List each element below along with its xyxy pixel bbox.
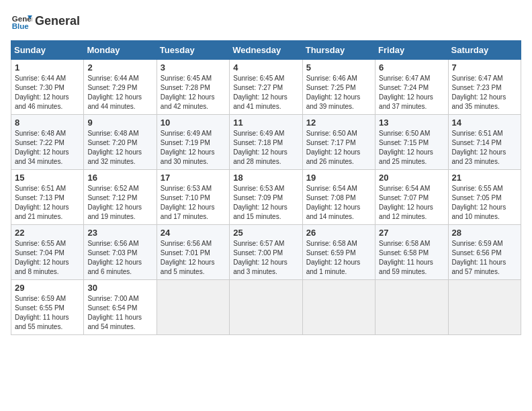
day-number: 27 [379,228,444,238]
sunrise-text: Sunrise: 7:00 AM [87,294,152,304]
calendar-cell: 17 Sunrise: 6:53 AM Sunset: 7:10 PM Dayl… [157,170,229,225]
weekday-header-monday: Monday [84,41,157,60]
daylight-text: Daylight: 12 hours and 5 minutes. [161,258,226,277]
calendar-cell: 18 Sunrise: 6:53 AM Sunset: 7:09 PM Dayl… [230,170,302,225]
day-info: Sunrise: 6:56 AM Sunset: 7:03 PM Dayligh… [87,239,152,277]
sunset-text: Sunset: 7:29 PM [87,83,152,93]
calendar-cell [448,280,521,335]
daylight-text: Daylight: 12 hours and 44 minutes. [87,93,152,111]
sunrise-text: Sunrise: 6:49 AM [233,129,298,138]
sunset-text: Sunset: 7:17 PM [306,138,371,148]
calendar-cell: 16 Sunrise: 6:52 AM Sunset: 7:12 PM Dayl… [84,170,157,225]
sunrise-text: Sunrise: 6:59 AM [452,239,517,248]
day-number: 28 [452,228,517,238]
sunset-text: Sunset: 7:10 PM [161,193,226,203]
sunrise-text: Sunrise: 6:51 AM [15,184,80,193]
sunrise-text: Sunrise: 6:46 AM [306,74,371,83]
day-number: 15 [15,173,80,183]
day-number: 18 [233,173,298,183]
day-info: Sunrise: 6:47 AM Sunset: 7:24 PM Dayligh… [379,74,444,111]
sunrise-text: Sunrise: 6:56 AM [161,239,226,248]
svg-text:Blue: Blue [12,22,30,30]
daylight-text: Daylight: 12 hours and 15 minutes. [233,203,298,222]
calendar-cell: 7 Sunrise: 6:47 AM Sunset: 7:23 PM Dayli… [448,60,521,115]
day-info: Sunrise: 6:47 AM Sunset: 7:23 PM Dayligh… [452,74,517,111]
calendar-week-2: 8 Sunrise: 6:48 AM Sunset: 7:22 PM Dayli… [11,115,521,170]
sunset-text: Sunset: 7:13 PM [15,193,80,203]
day-number: 2 [87,62,152,73]
day-number: 7 [452,62,517,73]
calendar-cell: 13 Sunrise: 6:50 AM Sunset: 7:15 PM Dayl… [375,115,448,170]
daylight-text: Daylight: 12 hours and 25 minutes. [379,148,444,167]
day-number: 5 [306,62,371,73]
daylight-text: Daylight: 12 hours and 34 minutes. [15,148,80,167]
page-header: General Blue General [11,11,521,32]
daylight-text: Daylight: 11 hours and 59 minutes. [379,258,444,277]
sunrise-text: Sunrise: 6:45 AM [233,74,298,83]
calendar-cell: 29 Sunrise: 6:59 AM Sunset: 6:55 PM Dayl… [11,280,84,335]
day-info: Sunrise: 6:49 AM Sunset: 7:19 PM Dayligh… [161,129,226,167]
sunset-text: Sunset: 7:04 PM [15,248,80,258]
sunset-text: Sunset: 7:25 PM [306,83,371,93]
calendar-cell: 10 Sunrise: 6:49 AM Sunset: 7:19 PM Dayl… [157,115,229,170]
calendar-week-3: 15 Sunrise: 6:51 AM Sunset: 7:13 PM Dayl… [11,170,521,225]
daylight-text: Daylight: 11 hours and 55 minutes. [15,313,80,332]
sunset-text: Sunset: 7:30 PM [15,83,80,93]
sunrise-text: Sunrise: 6:54 AM [306,184,371,193]
day-number: 25 [233,228,298,238]
sunset-text: Sunset: 7:22 PM [15,138,80,148]
day-info: Sunrise: 6:52 AM Sunset: 7:12 PM Dayligh… [87,184,152,222]
calendar-header-row: SundayMondayTuesdayWednesdayThursdayFrid… [11,41,521,60]
sunset-text: Sunset: 7:27 PM [233,83,298,93]
day-info: Sunrise: 6:56 AM Sunset: 7:01 PM Dayligh… [161,239,226,277]
weekday-header-wednesday: Wednesday [230,41,302,60]
daylight-text: Daylight: 12 hours and 32 minutes. [87,148,152,167]
day-info: Sunrise: 6:55 AM Sunset: 7:05 PM Dayligh… [452,184,517,222]
daylight-text: Daylight: 12 hours and 37 minutes. [379,93,444,111]
sunset-text: Sunset: 7:03 PM [87,248,152,258]
sunrise-text: Sunrise: 6:53 AM [233,184,298,193]
day-info: Sunrise: 6:48 AM Sunset: 7:20 PM Dayligh… [87,129,152,167]
day-number: 20 [379,173,444,183]
day-number: 19 [306,173,371,183]
weekday-header-friday: Friday [375,41,448,60]
sunrise-text: Sunrise: 6:48 AM [15,129,80,138]
logo-text: General [35,15,80,28]
daylight-text: Daylight: 12 hours and 12 minutes. [379,203,444,222]
daylight-text: Daylight: 12 hours and 35 minutes. [452,93,517,111]
calendar-cell: 25 Sunrise: 6:57 AM Sunset: 7:00 PM Dayl… [230,225,302,280]
sunset-text: Sunset: 7:09 PM [233,193,298,203]
day-info: Sunrise: 6:50 AM Sunset: 7:15 PM Dayligh… [379,129,444,167]
sunrise-text: Sunrise: 6:50 AM [379,129,444,138]
day-info: Sunrise: 6:44 AM Sunset: 7:30 PM Dayligh… [15,74,80,111]
day-info: Sunrise: 6:54 AM Sunset: 7:07 PM Dayligh… [379,184,444,222]
sunset-text: Sunset: 7:08 PM [306,193,371,203]
sunset-text: Sunset: 7:23 PM [452,83,517,93]
calendar-cell: 26 Sunrise: 6:58 AM Sunset: 6:59 PM Dayl… [302,225,375,280]
calendar-cell: 23 Sunrise: 6:56 AM Sunset: 7:03 PM Dayl… [84,225,157,280]
daylight-text: Daylight: 12 hours and 1 minute. [306,258,371,277]
daylight-text: Daylight: 12 hours and 14 minutes. [306,203,371,222]
day-info: Sunrise: 6:58 AM Sunset: 6:59 PM Dayligh… [306,239,371,277]
daylight-text: Daylight: 12 hours and 19 minutes. [87,203,152,222]
calendar-cell: 4 Sunrise: 6:45 AM Sunset: 7:27 PM Dayli… [230,60,302,115]
sunrise-text: Sunrise: 6:59 AM [15,294,80,304]
calendar-cell: 19 Sunrise: 6:54 AM Sunset: 7:08 PM Dayl… [302,170,375,225]
daylight-text: Daylight: 12 hours and 8 minutes. [15,258,80,277]
sunrise-text: Sunrise: 6:56 AM [87,239,152,248]
day-number: 17 [161,173,226,183]
sunrise-text: Sunrise: 6:49 AM [161,129,226,138]
day-number: 24 [161,228,226,238]
calendar-cell: 15 Sunrise: 6:51 AM Sunset: 7:13 PM Dayl… [11,170,84,225]
sunrise-text: Sunrise: 6:55 AM [15,239,80,248]
daylight-text: Daylight: 12 hours and 39 minutes. [306,93,371,111]
sunset-text: Sunset: 7:14 PM [452,138,517,148]
day-info: Sunrise: 6:54 AM Sunset: 7:08 PM Dayligh… [306,184,371,222]
day-number: 13 [379,118,444,128]
calendar-cell: 14 Sunrise: 6:51 AM Sunset: 7:14 PM Dayl… [448,115,521,170]
weekday-header-sunday: Sunday [11,41,84,60]
sunset-text: Sunset: 7:00 PM [233,248,298,258]
day-info: Sunrise: 6:48 AM Sunset: 7:22 PM Dayligh… [15,129,80,167]
sunset-text: Sunset: 7:12 PM [87,193,152,203]
sunset-text: Sunset: 6:59 PM [306,248,371,258]
